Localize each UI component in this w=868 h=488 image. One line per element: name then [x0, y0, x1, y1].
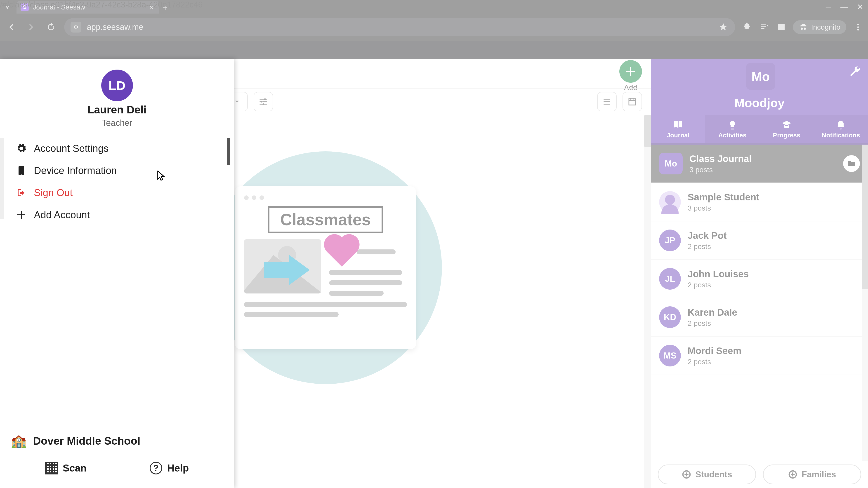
drawer-menu: Account Settings Device Information Sign…	[0, 135, 234, 226]
menu-account-settings[interactable]: Account Settings	[0, 137, 234, 160]
school-icon: 🏫	[11, 433, 27, 448]
user-avatar[interactable]: LD	[101, 70, 133, 101]
drawer-footer: Scan ?Help	[0, 457, 234, 488]
address-bar[interactable]: ⚙ app.seesaw.me/#/class/class.e01bf4c2-9…	[64, 18, 735, 36]
school-row[interactable]: 🏫 Dover Middle School	[0, 433, 234, 457]
menu-add-account[interactable]: Add Account	[0, 204, 234, 226]
school-name: Dover Middle School	[33, 435, 141, 447]
plus-icon	[16, 209, 27, 220]
user-role: Teacher	[102, 118, 132, 128]
help-icon: ?	[150, 462, 162, 475]
account-drawer: LD Lauren Deli Teacher Account Settings …	[0, 59, 234, 488]
browser-toolbar: ⚙ app.seesaw.me/#/class/class.e01bf4c2-9…	[0, 13, 868, 41]
menu-sign-out[interactable]: Sign Out	[0, 182, 234, 204]
menu-device-info[interactable]: Device Information	[0, 160, 234, 182]
url-text: app.seesaw.me/#/class/class.e01bf4c2-9a2…	[87, 22, 143, 32]
scan-button[interactable]: Scan	[45, 462, 87, 475]
app-viewport: ges Library Add › Folders Classmates	[0, 59, 868, 488]
user-name: Lauren Deli	[88, 103, 147, 116]
device-icon	[16, 165, 27, 176]
gear-icon	[16, 143, 27, 154]
sign-out-icon	[16, 187, 27, 198]
help-button[interactable]: ?Help	[150, 462, 189, 475]
drawer-header: LD Lauren Deli Teacher	[0, 59, 234, 135]
qr-icon	[45, 462, 58, 475]
